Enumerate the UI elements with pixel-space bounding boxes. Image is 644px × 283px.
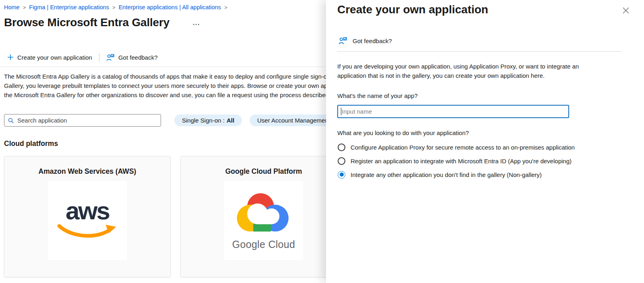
- create-your-own-application-button[interactable]: Create your own application: [7, 54, 92, 61]
- gallery-description-line: The Microsoft Entra App Gallery is a cat…: [4, 72, 326, 81]
- radio-label: Configure Application Proxy for secure r…: [351, 144, 575, 151]
- google-cloud-wordmark: Google Cloud: [232, 239, 295, 250]
- divider: [337, 51, 622, 52]
- close-panel-button[interactable]: [621, 6, 630, 15]
- filter-value: All: [227, 117, 234, 124]
- command-bar: Create your own application Got feedback…: [7, 51, 158, 63]
- filter-user-account-management[interactable]: User Account Management : All: [250, 114, 326, 126]
- main-content: Home>Figma | Enterprise applications>Ent…: [0, 0, 326, 283]
- radio-circle-2[interactable]: [338, 171, 345, 179]
- panel-description-line: If you are developing your own applicati…: [337, 62, 579, 71]
- radio-label: Integrate any other application you don'…: [351, 171, 542, 178]
- gallery-description-line: the Microsoft Entra Gallery for other or…: [4, 90, 326, 100]
- google-cloud-icon: [236, 191, 291, 233]
- gallery-description: The Microsoft Entra App Gallery is a cat…: [4, 72, 326, 100]
- plus-icon: [7, 54, 14, 60]
- filter-label: User Account Management :: [257, 117, 326, 124]
- divider: [0, 67, 326, 67]
- toolbar-divider: [99, 53, 99, 62]
- more-commands-button[interactable]: ...: [193, 19, 200, 27]
- panel-feedback-label: Got feedback?: [353, 37, 392, 44]
- app-name-input[interactable]: [341, 108, 566, 115]
- search-icon: [8, 117, 14, 124]
- cloud-platforms-heading: Cloud platforms: [4, 139, 58, 148]
- breadcrumb-link-enterprise-apps[interactable]: Figma | Enterprise applications: [29, 4, 109, 10]
- card-title: Amazon Web Services (AWS): [4, 167, 170, 176]
- radio-label: Register an application to integrate wit…: [351, 158, 572, 164]
- aws-wordmark: aws: [66, 198, 109, 223]
- card-title: Google Cloud Platform: [181, 167, 326, 176]
- gallery-description-line: Gallery, you leverage prebuilt templates…: [4, 81, 326, 90]
- create-button-label: Create your own application: [17, 54, 92, 61]
- radio-option-0[interactable]: Configure Application Proxy for secure r…: [338, 142, 575, 152]
- breadcrumb-link-all-applications[interactable]: Enterprise applications | All applicatio…: [119, 4, 221, 10]
- chevron-right-icon: >: [112, 4, 116, 10]
- card-google-cloud[interactable]: Google Cloud Platform Google Cloud: [180, 156, 326, 277]
- radio-option-2[interactable]: Integrate any other application you don'…: [338, 169, 542, 180]
- app-name-question: What's the name of your app?: [337, 92, 418, 99]
- page-title: Browse Microsoft Entra Gallery: [4, 16, 169, 29]
- aws-smile-icon: [57, 223, 118, 243]
- search-input[interactable]: [17, 117, 157, 124]
- radio-option-1[interactable]: Register an application to integrate wit…: [338, 156, 572, 166]
- panel-got-feedback-button[interactable]: Got feedback?: [339, 36, 392, 45]
- create-your-own-application-panel: Create your own application Got feedback…: [326, 0, 644, 283]
- filter-label: Single Sign-on :: [182, 117, 225, 124]
- aws-logo: aws: [48, 181, 127, 260]
- breadcrumb-link-home[interactable]: Home: [4, 4, 20, 10]
- card-aws[interactable]: Amazon Web Services (AWS) aws: [4, 156, 171, 277]
- app-name-field[interactable]: [337, 105, 569, 118]
- filter-single-sign-on[interactable]: Single Sign-on : All: [174, 114, 242, 126]
- got-feedback-button[interactable]: Got feedback?: [106, 53, 158, 62]
- chevron-right-icon: >: [23, 4, 26, 10]
- breadcrumb: Home>Figma | Enterprise applications>Ent…: [4, 4, 231, 10]
- search-application-box[interactable]: [4, 114, 161, 127]
- chevron-right-icon: >: [224, 4, 227, 10]
- panel-description-line: application that is not in the gallery, …: [337, 71, 579, 80]
- person-feedback-icon: [339, 36, 347, 45]
- google-cloud-logo: Google Cloud: [224, 181, 303, 260]
- close-icon: [622, 6, 630, 15]
- feedback-button-label: Got feedback?: [118, 54, 158, 61]
- app-purpose-question: What are you looking to do with your app…: [337, 129, 469, 136]
- person-feedback-icon: [106, 53, 115, 62]
- radio-circle-1[interactable]: [338, 157, 345, 165]
- radio-circle-0[interactable]: [338, 144, 345, 151]
- panel-title: Create your own application: [337, 3, 488, 16]
- panel-description: If you are developing your own applicati…: [337, 62, 579, 80]
